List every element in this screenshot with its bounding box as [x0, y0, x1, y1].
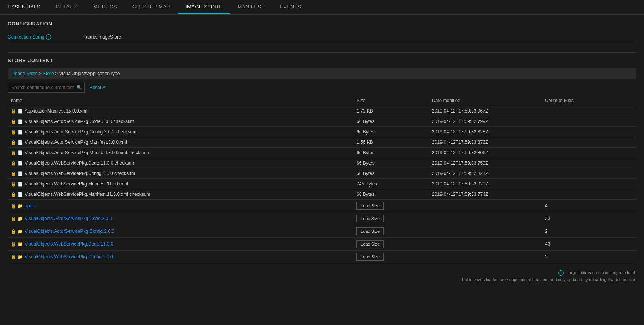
file-icon: 📄 — [18, 119, 23, 124]
breadcrumb-bar: Image Store > Store > VisualObjectsAppli… — [8, 68, 636, 79]
count-cell: 23 — [542, 212, 636, 225]
nav-item-metrics[interactable]: METRICS — [85, 0, 125, 14]
file-icon: 📄 — [18, 161, 23, 166]
table-row: 🔒📄VisualObjects.WebServicePkg.Config.1.0… — [8, 168, 636, 179]
file-icon: 📄 — [18, 182, 23, 187]
main-content: CONFIGURATION Connection String i fabric… — [0, 15, 644, 289]
count-cell: 2 — [542, 251, 636, 263]
table-row: 🔒📁appsLoad Size4 — [8, 200, 636, 212]
search-box: 🔍 — [8, 83, 85, 93]
connection-info-icon[interactable]: i — [46, 34, 51, 40]
file-name: ApplicationManifest.15.0.0.xml — [25, 108, 87, 114]
nav-item-events[interactable]: EVENTS — [272, 0, 309, 14]
lock-icon: 🔒 — [11, 242, 16, 247]
nav-item-essentials[interactable]: ESSENTIALS — [0, 0, 48, 14]
table-row: 🔒📁VisualObjects.WebServicePkg.Config.1.0… — [8, 251, 636, 263]
reset-all-button[interactable]: Reset All — [89, 85, 107, 90]
count-cell — [542, 158, 636, 168]
folder-name[interactable]: VisualObjects.WebServicePkg.Code.11.0.0 — [25, 241, 113, 247]
config-title: CONFIGURATION — [8, 21, 636, 27]
file-icon: 📄 — [18, 171, 23, 176]
lock-icon: 🔒 — [11, 140, 16, 145]
breadcrumb-current: VisualObjectsApplicationType — [59, 71, 120, 76]
size-cell: Load Size — [353, 212, 429, 225]
file-name: VisualObjects.ActorServicePkg.Manifest.3… — [25, 150, 149, 155]
footer-info-icon: i — [558, 270, 564, 276]
config-row: Connection String i fabric:ImageStore — [8, 31, 636, 43]
file-name: VisualObjects.ActorServicePkg.Manifest.3… — [25, 140, 127, 145]
count-cell — [542, 127, 636, 137]
lock-icon: 🔒 — [11, 161, 16, 166]
load-size-button[interactable]: Load Size — [356, 253, 384, 261]
breadcrumb-store[interactable]: Store — [43, 71, 54, 76]
count-cell: 4 — [542, 200, 636, 212]
footer-line1: Large folders can take longer to load. — [566, 270, 636, 275]
file-name: VisualObjects.ActorServicePkg.Config.2.0… — [25, 129, 137, 135]
folder-name[interactable]: VisualObjects.ActorServicePkg.Config.2.0… — [25, 229, 114, 234]
table-row: 🔒📄VisualObjects.WebServicePkg.Manifest.1… — [8, 189, 636, 200]
count-cell: 2 — [542, 225, 636, 238]
folder-icon: 📁 — [18, 229, 23, 234]
file-name: VisualObjects.WebServicePkg.Config.1.0.0… — [25, 171, 135, 176]
table-row: 🔒📁VisualObjects.ActorServicePkg.Code.3.0… — [8, 212, 636, 225]
date-cell: 2019-04-12T17:59:33.774Z — [429, 189, 542, 200]
load-size-button[interactable]: Load Size — [356, 202, 384, 210]
load-size-button[interactable]: Load Size — [356, 227, 384, 235]
search-icon: 🔍 — [77, 85, 82, 90]
file-icon: 📄 — [18, 109, 23, 114]
size-cell: 66 Bytes — [353, 116, 429, 127]
date-cell — [429, 200, 542, 212]
size-cell: 66 Bytes — [353, 148, 429, 158]
file-icon: 📄 — [18, 150, 23, 155]
nav-item-manifest[interactable]: MANIFEST — [230, 0, 272, 14]
size-cell: 745 Bytes — [353, 179, 429, 189]
count-cell — [542, 179, 636, 189]
folder-name[interactable]: VisualObjects.WebServicePkg.Config.1.0.0 — [25, 254, 113, 259]
th-name: name — [8, 96, 353, 106]
date-cell: 2019-04-12T17:59:32.806Z — [429, 148, 542, 158]
table-body: 🔒📄ApplicationManifest.15.0.0.xml1.73 KB2… — [8, 106, 636, 263]
file-name: VisualObjects.WebServicePkg.Manifest.11.… — [25, 192, 150, 197]
search-input[interactable] — [8, 83, 85, 93]
table-row: 🔒📄ApplicationManifest.15.0.0.xml1.73 KB2… — [8, 106, 636, 116]
nav-item-cluster-map[interactable]: CLUSTER MAP — [125, 0, 178, 14]
size-cell: 1.73 KB — [353, 106, 429, 116]
breadcrumb: Image Store > Store > VisualObjectsAppli… — [12, 71, 120, 76]
date-cell: 2019-04-12T17:59:33.967Z — [429, 106, 542, 116]
date-cell — [429, 238, 542, 251]
file-table: name Size Date modified Count of Files 🔒… — [8, 96, 636, 263]
folder-icon: 📁 — [18, 254, 23, 259]
footer-line2: Folder sizes loaded are snapshots at tha… — [462, 277, 636, 282]
file-icon: 📄 — [18, 140, 23, 145]
load-size-button[interactable]: Load Size — [356, 240, 384, 248]
folder-name[interactable]: apps — [25, 203, 35, 209]
count-cell — [542, 168, 636, 179]
date-cell: 2019-04-12T17:59:32.799Z — [429, 116, 542, 127]
nav-item-details[interactable]: DETAILS — [48, 0, 85, 14]
size-cell: 1.56 KB — [353, 137, 429, 148]
folder-name[interactable]: VisualObjects.ActorServicePkg.Code.3.0.0 — [25, 216, 112, 221]
lock-icon: 🔒 — [11, 204, 16, 209]
table-row: 🔒📄VisualObjects.ActorServicePkg.Code.3.0… — [8, 116, 636, 127]
file-name: VisualObjects.WebServicePkg.Code.11.0.0.… — [25, 160, 135, 166]
date-cell: 2019-04-12T17:59:33.873Z — [429, 137, 542, 148]
lock-icon: 🔒 — [11, 109, 16, 114]
file-icon: 📄 — [18, 130, 23, 135]
date-cell — [429, 225, 542, 238]
date-cell — [429, 212, 542, 225]
th-count: Count of Files — [542, 96, 636, 106]
breadcrumb-imagestore[interactable]: Image Store — [12, 71, 37, 76]
nav-item-image-store[interactable]: IMAGE STORE — [178, 0, 230, 14]
table-row: 🔒📄VisualObjects.WebServicePkg.Code.11.0.… — [8, 158, 636, 168]
size-cell: Load Size — [353, 238, 429, 251]
table-header: name Size Date modified Count of Files — [8, 96, 636, 106]
lock-icon: 🔒 — [11, 150, 16, 155]
count-cell: 43 — [542, 238, 636, 251]
load-size-button[interactable]: Load Size — [356, 215, 384, 222]
size-cell: 66 Bytes — [353, 127, 429, 137]
lock-icon: 🔒 — [11, 130, 16, 135]
table-row: 🔒📄VisualObjects.ActorServicePkg.Manifest… — [8, 148, 636, 158]
table-row: 🔒📁VisualObjects.WebServicePkg.Code.11.0.… — [8, 238, 636, 251]
table-row: 🔒📄VisualObjects.WebServicePkg.Manifest.1… — [8, 179, 636, 189]
file-name: VisualObjects.WebServicePkg.Manifest.11.… — [25, 181, 128, 187]
